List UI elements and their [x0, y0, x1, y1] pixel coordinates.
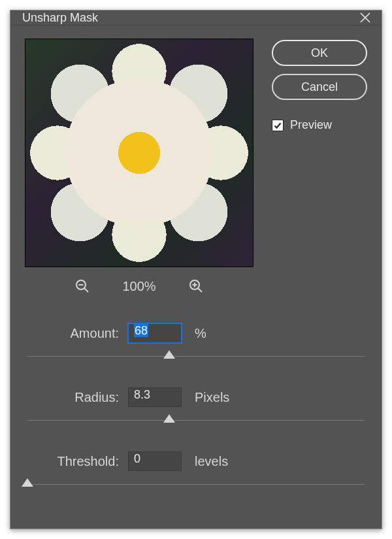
amount-label: Amount: — [27, 326, 119, 341]
radius-unit: Pixels — [195, 390, 229, 405]
radius-input[interactable]: 8.3 — [128, 387, 182, 407]
cancel-button[interactable]: Cancel — [272, 74, 367, 100]
check-icon — [272, 120, 284, 131]
threshold-label: Threshold: — [27, 454, 119, 469]
dialog-content: 100% OK Cancel Preview — [10, 25, 382, 531]
svg-line-3 — [84, 288, 88, 292]
preview-image[interactable] — [25, 39, 253, 267]
amount-unit: % — [195, 326, 206, 341]
preview-checkbox[interactable]: Preview — [272, 118, 367, 132]
zoom-level: 100% — [122, 279, 155, 294]
slider-thumb-icon[interactable] — [163, 350, 175, 359]
radius-label: Radius: — [27, 390, 119, 405]
svg-line-6 — [198, 288, 202, 292]
preview-checkbox-label: Preview — [290, 118, 332, 132]
close-icon[interactable] — [358, 10, 372, 25]
dialog-title: Unsharp Mask — [22, 11, 98, 25]
zoom-controls: 100% — [25, 278, 253, 295]
threshold-input[interactable]: 0 — [128, 451, 182, 471]
amount-input[interactable]: 68 — [128, 323, 182, 343]
unsharp-mask-dialog: Unsharp Mask 100% — [10, 10, 382, 529]
threshold-unit: levels — [195, 454, 228, 469]
threshold-slider[interactable] — [27, 484, 365, 497]
slider-thumb-icon[interactable] — [163, 414, 175, 423]
threshold-param: Threshold: 0 levels — [27, 451, 365, 497]
titlebar: Unsharp Mask — [10, 10, 382, 25]
zoom-out-icon[interactable] — [74, 278, 91, 295]
amount-slider[interactable] — [27, 356, 365, 369]
amount-param: Amount: 68 % — [27, 323, 365, 369]
radius-param: Radius: 8.3 Pixels — [27, 387, 365, 433]
zoom-in-icon[interactable] — [188, 278, 204, 295]
ok-button[interactable]: OK — [272, 40, 367, 66]
slider-thumb-icon[interactable] — [22, 478, 33, 487]
radius-slider[interactable] — [27, 420, 365, 433]
